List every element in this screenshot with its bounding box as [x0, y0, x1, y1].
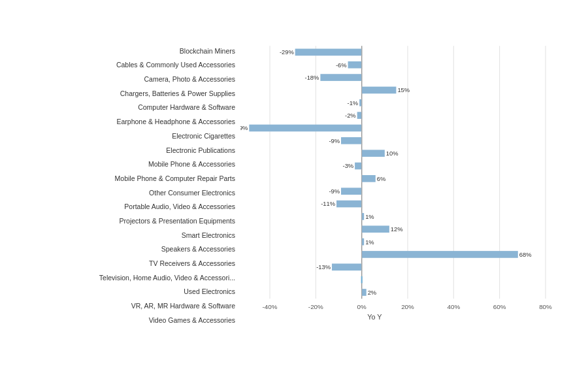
svg-text:12%: 12% — [391, 226, 403, 233]
y-labels: Blockchain MinersCables & Commonly Used … — [13, 20, 235, 340]
svg-rect-42 — [355, 163, 362, 170]
svg-text:-1%: -1% — [348, 100, 359, 106]
y-label: Electronic Cigarettes — [13, 129, 235, 142]
svg-text:-18%: -18% — [305, 74, 319, 81]
y-label: Cables & Commonly Used Accessories — [13, 58, 235, 71]
svg-rect-70 — [362, 289, 367, 296]
svg-text:-9%: -9% — [329, 188, 340, 195]
plot-area: -40%-20%0%20%40%60%80%Yo Y-29%-6%-18%15%… — [240, 20, 575, 340]
y-label: Mobile Phone & Computer Repair Parts — [13, 172, 235, 185]
svg-rect-36 — [341, 137, 362, 144]
chart-svg: -40%-20%0%20%40%60%80%Yo Y-29%-6%-18%15%… — [240, 20, 575, 340]
svg-text:-29%: -29% — [280, 49, 294, 56]
svg-text:10%: 10% — [386, 150, 399, 157]
y-label: Blockchain Miners — [13, 44, 235, 57]
svg-text:0%: 0% — [357, 303, 367, 310]
svg-rect-51 — [336, 201, 362, 208]
svg-text:-40%: -40% — [263, 303, 278, 310]
svg-rect-54 — [362, 213, 365, 220]
svg-text:-13%: -13% — [316, 264, 331, 270]
svg-text:20%: 20% — [401, 303, 414, 310]
svg-rect-45 — [362, 175, 376, 182]
y-label: Video Games & Accessories — [13, 314, 235, 327]
y-label: TV Receivers & Accessories — [13, 257, 235, 270]
chart-container: Blockchain MinersCables & Commonly Used … — [0, 0, 588, 392]
svg-rect-33 — [249, 125, 361, 132]
svg-text:80%: 80% — [539, 303, 552, 310]
svg-rect-24 — [362, 87, 397, 94]
svg-text:2%: 2% — [368, 289, 377, 296]
y-label: Portable Audio, Video & Accessories — [13, 200, 235, 213]
svg-text:6%: 6% — [377, 176, 386, 182]
svg-text:-3%: -3% — [343, 163, 354, 169]
y-axis-header — [13, 33, 235, 43]
svg-text:1%: 1% — [365, 239, 374, 246]
svg-rect-48 — [341, 188, 362, 195]
svg-rect-57 — [362, 225, 389, 233]
y-label: Projectors & Presentation Equipments — [13, 214, 235, 227]
y-label: Used Electronics — [13, 285, 235, 298]
y-label: Television, Home Audio, Video & Accessor… — [13, 271, 235, 284]
y-label: Speakers & Accessories — [13, 242, 235, 255]
svg-rect-15 — [295, 49, 362, 56]
svg-rect-60 — [362, 238, 365, 246]
y-label: Camera, Photo & Accessories — [13, 73, 235, 86]
chart-area: Blockchain MinersCables & Commonly Used … — [13, 20, 575, 340]
svg-rect-21 — [320, 74, 361, 81]
svg-text:15%: 15% — [397, 87, 410, 93]
svg-text:-49%: -49% — [240, 125, 248, 131]
y-label: Electronic Publications — [13, 144, 235, 157]
svg-text:68%: 68% — [519, 252, 532, 258]
svg-text:60%: 60% — [493, 303, 506, 310]
y-label: Chargers, Batteries & Power Supplies — [13, 87, 235, 100]
svg-text:-2%: -2% — [345, 112, 356, 119]
svg-text:-9%: -9% — [329, 138, 340, 144]
svg-rect-18 — [348, 61, 362, 69]
svg-rect-30 — [357, 112, 362, 119]
y-label: Other Consumer Electronics — [13, 186, 235, 199]
svg-rect-63 — [362, 251, 518, 258]
svg-rect-39 — [362, 150, 385, 157]
svg-text:1%: 1% — [365, 214, 374, 220]
svg-rect-66 — [332, 263, 362, 270]
svg-text:40%: 40% — [447, 303, 460, 310]
y-label: VR, AR, MR Hardware & Software — [13, 299, 235, 312]
y-label: Smart Electronics — [13, 229, 235, 242]
svg-text:-6%: -6% — [336, 62, 347, 69]
svg-text:Yo Y: Yo Y — [367, 313, 382, 321]
y-label: Earphone & Headphone & Accessories — [13, 115, 235, 128]
svg-text:-11%: -11% — [321, 201, 335, 207]
svg-rect-27 — [359, 99, 362, 106]
svg-text:-20%: -20% — [308, 303, 323, 310]
y-label: Mobile Phone & Accessories — [13, 157, 235, 171]
y-label: Computer Hardware & Software — [13, 101, 235, 114]
